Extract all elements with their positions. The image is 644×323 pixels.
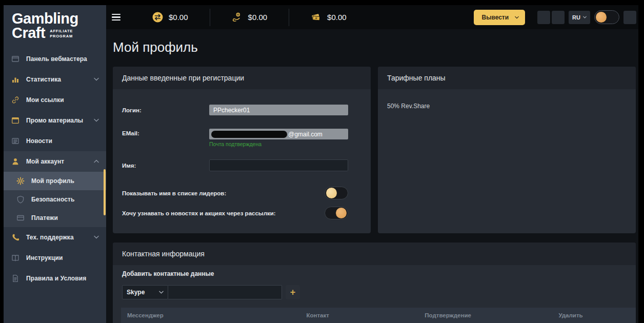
sidebar-item-label: Правила и Условия [26,275,86,282]
book-icon [11,253,19,262]
sidebar-item-user[interactable]: Мой аккаунт [4,151,106,172]
credit-card-icon [16,213,25,222]
balance-amount: $0.00 [169,13,188,22]
messenger-select-value: Skype [127,289,145,296]
logo-text-gambling: Gambling [12,11,99,26]
sidebar-item-gear[interactable]: Мой профиль [4,172,106,190]
page-title: Мой профиль [113,29,636,67]
sidebar-item-book[interactable]: Инструкции [4,248,106,268]
sidebar-item-label: Платежи [31,214,58,221]
banknotes-balance-icon [311,12,321,23]
sidebar-item-news[interactable]: Новости [4,131,106,151]
topbar-right-cluster: Вывести RU [474,10,636,25]
sidebar-item-label: Мой профиль [31,177,74,185]
language-select[interactable]: RU [569,11,590,24]
logo-text-craft: Craft [12,26,45,41]
hand-coin-balance-icon [232,12,243,23]
toggle-knob [326,188,337,198]
leaderboard-toggle-label: Показывать имя в списке лидеров: [122,190,226,196]
balance-item[interactable]: $0.00 [289,12,368,23]
topbar-icon-button-2[interactable] [552,11,565,24]
chevron-down-icon [159,291,164,294]
shield-icon [16,195,25,204]
chevron-down-icon [515,16,519,19]
sidebar-item-credit-card[interactable]: Платежи [4,209,106,227]
withdraw-button[interactable]: Вывести [474,10,526,25]
balance-item[interactable]: $0.00 [210,12,289,23]
sidebar-item-label: Промо материалы [26,117,83,124]
newsletter-toggle-label: Хочу узнавать о новостях и акциях через … [122,210,276,216]
balance-amount: $0.00 [248,13,268,22]
sidebar-item-label: Новости [26,137,52,145]
contact-info-title: Контактная информация [113,243,636,265]
add-contact-button[interactable]: + [286,285,300,299]
login-label: Логин: [122,107,209,113]
login-field[interactable] [209,105,348,115]
user-icon [11,157,19,166]
topbar-square-buttons [537,11,565,24]
table-header-cell: Подтверждение [425,312,558,318]
main-area: $0.00$0.00$0.00 Вывести RU [106,5,638,323]
sidebar-item-label: Панель вебмастера [26,55,87,63]
messenger-select[interactable]: Skype [122,285,168,299]
name-label: Имя: [122,163,209,169]
sidebar-item-bar-chart[interactable]: Статистика [4,69,106,90]
sidebar-item-label: Мои ссылки [26,96,64,104]
balances: $0.00$0.00$0.00 [152,9,368,26]
contact-value-input[interactable] [168,285,282,299]
chevron-down-icon [94,118,99,122]
sidebar-menu: Панель вебмастераСтатистикаМои ссылкиПро… [4,49,106,289]
add-contact-label: Добавить контактные данные [122,270,627,277]
sidebar-item-label: Мой аккаунт [26,158,64,165]
sidebar-item-label: Статистика [26,76,61,83]
plus-icon: + [290,287,296,298]
tariff-plans-title: Тарифные планы [378,67,636,89]
logo-subtitle: AFFILIATE PROGRAM [50,29,73,41]
toggle-knob [336,208,347,218]
chevron-up-icon [94,159,99,163]
sidebar-scrollbar-thumb[interactable] [104,169,106,215]
theme-toggle-knob [596,12,607,23]
hamburger-menu-icon[interactable] [112,14,120,21]
chevron-down-icon [94,77,99,81]
topbar-icon-button-1[interactable] [537,11,550,24]
email-label: EMail: [122,130,209,136]
support-phone-icon [11,233,19,241]
sidebar-item-support-phone[interactable]: Тех. поддержка [4,227,106,248]
name-field[interactable] [209,159,348,171]
registration-card-title: Данные введенные при регистрации [113,67,371,89]
email-confirmed-note: Почта подтверждена [209,141,348,147]
content: Мой профиль Данные введенные при регистр… [106,29,638,323]
brand-logo: Gambling Craft AFFILIATE PROGRAM [4,5,106,48]
tariff-plans-card: Тарифные планы 50% Rev.Share [378,67,636,233]
theme-toggle[interactable] [594,10,619,24]
sidebar-item-link[interactable]: Мои ссылки [4,90,106,110]
bar-chart-icon [11,75,19,84]
gear-icon [16,176,25,185]
sidebar: Gambling Craft AFFILIATE PROGRAM Панель … [4,5,106,323]
sidebar-item-label: Инструкции [26,254,63,261]
chevron-down-icon [94,235,99,239]
sidebar-item-label: Тех. поддержка [26,234,74,241]
exchange-balance-icon [152,12,163,23]
balance-item[interactable]: $0.00 [152,12,210,23]
sidebar-item-dashboard[interactable]: Панель вебмастера [4,49,106,69]
table-header-cell: Мессенджер [121,312,306,318]
email-field[interactable]: @gmail.com [209,129,348,139]
contacts-table-header: МессенджерКонтактПодтверждениеУдалить [121,308,636,323]
leaderboard-toggle[interactable] [325,187,348,199]
balance-amount: $0.00 [327,13,347,22]
contact-info-card: Контактная информация Добавить контактны… [113,243,636,323]
redacted-email [211,131,287,138]
chevron-down-icon [583,16,587,18]
terms-doc-icon [11,274,19,282]
app-window: Gambling Craft AFFILIATE PROGRAM Панель … [4,5,638,323]
topbar-icon-button-3[interactable] [623,11,636,24]
topbar: $0.00$0.00$0.00 Вывести RU [106,5,638,29]
newsletter-toggle[interactable] [325,207,348,219]
email-suffix: @gmail.com [288,131,323,138]
sidebar-item-promo[interactable]: Промо материалы [4,110,106,131]
sidebar-item-terms-doc[interactable]: Правила и Условия [4,268,106,289]
registration-data-card: Данные введенные при регистрации Логин: … [113,67,371,233]
sidebar-item-shield[interactable]: Безопасность [4,190,106,209]
